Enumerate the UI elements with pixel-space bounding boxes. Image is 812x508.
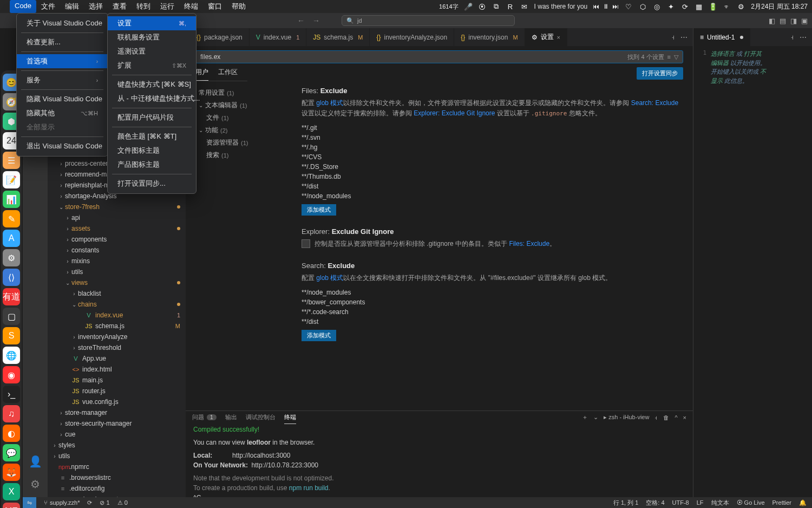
tree-item[interactable]: Vindex.vue1 xyxy=(48,310,186,321)
tray-icon-2[interactable]: ⧉ xyxy=(492,2,501,11)
tray-icon-3[interactable]: ⬡ xyxy=(638,2,647,11)
status-spaces[interactable]: 空格: 4 xyxy=(646,499,664,507)
layout-customize-icon[interactable]: ▣ xyxy=(801,17,808,25)
clear-search-icon[interactable]: ≡ xyxy=(667,54,671,60)
tab-user[interactable]: 用户 xyxy=(195,68,208,81)
media-prev-icon[interactable]: ⏮ xyxy=(593,3,599,10)
tree-item[interactable]: ›styles xyxy=(48,440,186,451)
exclude-pattern[interactable]: **/dist xyxy=(302,317,681,327)
menu-file[interactable]: 文件 xyxy=(36,0,60,13)
heart-icon[interactable]: ♡ xyxy=(624,2,633,11)
tree-item[interactable]: ›blacklist xyxy=(48,288,186,299)
tree-item[interactable]: ›storeThreshold xyxy=(48,342,186,353)
menu-terminal[interactable]: 终端 xyxy=(179,0,203,13)
link-explorer-exclude[interactable]: Explorer: Exclude Git Ignore xyxy=(414,109,495,117)
status-golive[interactable]: ⦿ Go Live xyxy=(737,499,765,507)
dock-music-icon[interactable]: ♫ xyxy=(3,405,20,422)
prefs-item-keybindings[interactable]: 键盘快捷方式 [⌘K ⌘S] xyxy=(108,77,196,92)
dock-pages-icon[interactable]: ✎ xyxy=(3,210,20,227)
tray-icon-5[interactable]: ✦ xyxy=(666,2,675,11)
tray-icon-wechat[interactable]: ✉ xyxy=(520,2,529,11)
close-panel-icon[interactable]: × xyxy=(683,414,686,421)
nav-forward-icon[interactable]: → xyxy=(312,16,320,25)
tree-item[interactable]: VApp.vue xyxy=(48,353,186,364)
tree-item[interactable]: ›constants xyxy=(48,245,186,256)
dock-app-4-icon[interactable]: ◐ xyxy=(3,425,20,442)
battery-icon[interactable]: 🔋 xyxy=(709,2,717,11)
tree-item[interactable]: ⌄store-7fresh xyxy=(48,201,186,212)
menu-go[interactable]: 转到 xyxy=(132,0,155,13)
menu-item-services[interactable]: 服务› xyxy=(17,73,108,87)
kill-terminal-icon[interactable]: 🗑 xyxy=(663,414,669,421)
layout-secondary-icon[interactable]: ◨ xyxy=(790,17,797,25)
prefs-item-online[interactable]: 联机服务设置 xyxy=(108,30,196,44)
settings-toc-item[interactable]: 文件 (1) xyxy=(199,112,283,124)
add-pattern-button-2[interactable]: 添加模式 xyxy=(302,330,336,341)
command-center-search[interactable]: 🔍 jd xyxy=(342,15,515,26)
tray-icon-1[interactable]: ⦿ xyxy=(478,2,487,11)
prefs-item-settings-sync[interactable]: 打开设置同步... xyxy=(108,177,196,191)
terminal-label[interactable]: ▸ zsh - iHub-view xyxy=(604,414,649,421)
status-sync[interactable]: ⟳ xyxy=(87,499,92,506)
editor-tab[interactable]: JSschema.jsM xyxy=(306,28,370,46)
panel-tab-problems[interactable]: 问题1 xyxy=(192,411,217,424)
exclude-pattern[interactable]: **/.svn xyxy=(302,133,681,142)
tree-item[interactable]: ⌄chains xyxy=(48,299,186,310)
tree-item[interactable]: JSrouter.js xyxy=(48,386,186,396)
more-actions-icon[interactable]: ⋯ xyxy=(680,33,687,41)
settings-toc-item[interactable]: 资源管理器 (1) xyxy=(199,136,283,149)
settings-toc-item[interactable]: 常用设置 (1) xyxy=(199,87,283,99)
menu-view[interactable]: 查看 xyxy=(108,0,132,13)
tree-item[interactable]: ›assets xyxy=(48,223,186,234)
editor-tab[interactable]: {}inventory.jsonM xyxy=(454,28,525,46)
editor-tab[interactable]: {}package.json xyxy=(190,28,250,46)
dock-iterm-icon[interactable]: ›_ xyxy=(3,386,20,403)
exclude-pattern[interactable]: **/*.code-search xyxy=(302,307,681,317)
layout-panel-icon[interactable]: ▤ xyxy=(780,17,786,25)
settings-toc-item[interactable]: ⌄文本编辑器 (1) xyxy=(199,99,283,112)
exclude-pattern[interactable]: **/node_modules xyxy=(302,288,681,297)
status-errors[interactable]: ⊘ 1 xyxy=(100,499,109,506)
status-branch[interactable]: ⑂ supply.zzh* xyxy=(44,499,80,506)
activity-account-icon[interactable]: 👤 xyxy=(29,455,42,468)
tree-item[interactable]: ≡.browserslistrc xyxy=(48,472,186,483)
tab-workspace[interactable]: 工作区 xyxy=(218,68,238,81)
tree-item[interactable]: JSmain.js xyxy=(48,375,186,386)
link-glob[interactable]: glob 模式 xyxy=(316,99,343,107)
nav-back-icon[interactable]: ← xyxy=(297,16,305,25)
panel-tab-terminal[interactable]: 终端 xyxy=(284,411,296,424)
terminal-dropdown-icon[interactable]: ⌄ xyxy=(593,414,598,421)
media-next-icon[interactable]: ⏭ xyxy=(612,3,619,10)
tray-icon-r[interactable]: R xyxy=(506,2,515,11)
menubar-date[interactable]: 2月24日 周五 18:27 xyxy=(751,2,808,11)
tree-item[interactable]: ›inventoryAnalyze xyxy=(48,331,186,342)
tree-item[interactable]: ›utils xyxy=(48,266,186,277)
dock-firefox-icon[interactable]: 🦊 xyxy=(3,464,20,481)
menu-code[interactable]: Code xyxy=(10,0,36,13)
menu-run[interactable]: 运行 xyxy=(155,0,179,13)
dock-excel-icon[interactable]: X xyxy=(3,483,20,500)
tray-icon-7[interactable]: ▦ xyxy=(695,2,703,11)
filter-icon[interactable]: ▽ xyxy=(674,54,678,61)
now-playing[interactable]: I was there for you xyxy=(534,3,588,10)
more-actions-icon-2[interactable]: ⋯ xyxy=(800,33,807,41)
menu-item-quit[interactable]: 退出 Visual Studio Code⌘Q xyxy=(17,139,108,153)
editor-tab[interactable]: {}inventoryAnalyze.json xyxy=(370,28,454,46)
prefs-item-telemetry[interactable]: 遥测设置 xyxy=(108,44,196,58)
tab-untitled[interactable]: ≡ Untitled-1 xyxy=(693,28,750,46)
media-pause-icon[interactable]: ⏸ xyxy=(603,3,609,10)
exclude-pattern[interactable]: **/CVS xyxy=(302,152,681,162)
tray-icon-4[interactable]: ◎ xyxy=(652,2,661,11)
menu-item-check-updates[interactable]: 检查更新... xyxy=(17,35,108,49)
link-glob-2[interactable]: glob 模式 xyxy=(316,274,343,282)
dock-app-5-icon[interactable]: ME xyxy=(3,503,20,508)
activity-settings-icon[interactable]: ⚙ xyxy=(30,478,40,491)
exclude-pattern[interactable]: **/node_modules xyxy=(302,191,681,201)
menu-item-about[interactable]: 关于 Visual Studio Code xyxy=(17,16,108,30)
menu-item-preferences[interactable]: 首选项› xyxy=(17,54,108,68)
settings-search-input[interactable]: files.ex 找到 4 个设置 ≡ ▽ xyxy=(195,50,683,63)
status-line-col[interactable]: 行 1, 列 1 xyxy=(613,499,638,507)
control-center-icon[interactable]: ⚙ xyxy=(737,2,745,11)
editor-tab[interactable]: Vindex.vue1 xyxy=(250,28,307,46)
exclude-pattern[interactable]: **/Thumbs.db xyxy=(302,172,681,181)
